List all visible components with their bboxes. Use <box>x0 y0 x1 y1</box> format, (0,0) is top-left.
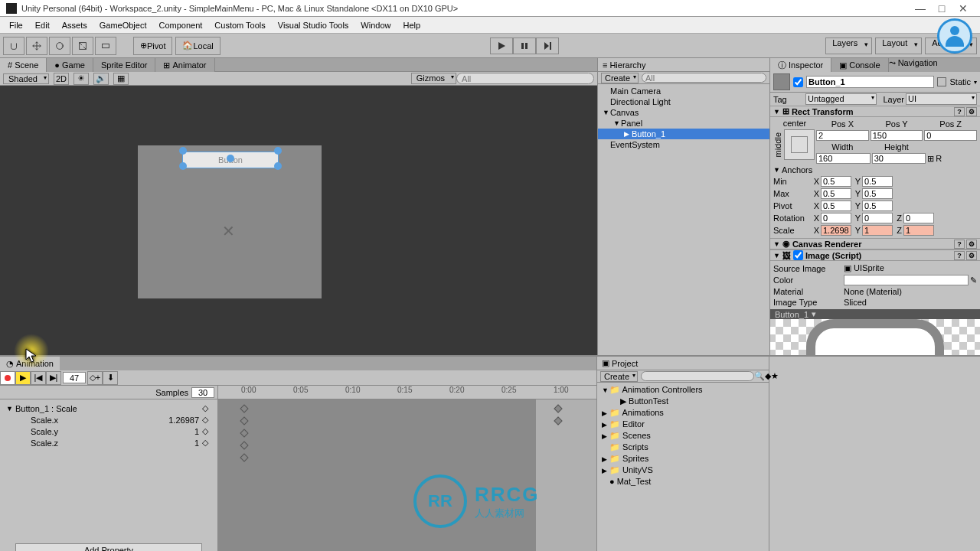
scene-view[interactable]: Button ✕ <box>0 86 597 355</box>
project-search[interactable] <box>641 371 754 381</box>
timeline-ruler[interactable]: 0:000:050:100:150:200:251:00 <box>218 386 596 399</box>
hierarchy-item[interactable]: Main Camera <box>598 86 769 96</box>
tab-console[interactable]: ▣ Console <box>831 58 888 72</box>
posz-input[interactable] <box>924 130 977 141</box>
anchor-max-y[interactable] <box>862 188 893 199</box>
local-toggle[interactable]: 🏠 Local <box>175 37 220 55</box>
keyframe-icon[interactable] <box>240 429 248 437</box>
menu-custom-tools[interactable]: Custom Tools <box>208 21 271 30</box>
anchor-min-x[interactable] <box>821 176 851 187</box>
hierarchy-item[interactable]: ▼Panel <box>598 118 769 129</box>
project-item[interactable]: ▶📁 Scenes <box>597 430 769 442</box>
pivot-toggle[interactable]: ⊕ Pivot <box>133 37 172 55</box>
image-enabled[interactable] <box>793 250 803 260</box>
2d-toggle[interactable]: 2D <box>54 73 69 85</box>
help-icon[interactable]: ? <box>954 107 965 116</box>
prev-key-button[interactable]: |◀ <box>31 371 46 385</box>
keyframe-icon[interactable] <box>240 441 248 449</box>
project-item[interactable]: ▶ ButtonTest <box>597 396 769 407</box>
pivot-y[interactable] <box>862 201 893 211</box>
audio-toggle[interactable]: 🔊 <box>93 73 109 85</box>
step-button[interactable] <box>536 37 559 54</box>
hierarchy-item[interactable]: ▶Button_1 <box>598 129 769 139</box>
gear-icon[interactable]: ⚙ <box>966 240 977 249</box>
image-type-dropdown[interactable]: Sliced <box>844 298 977 307</box>
anchor-max-x[interactable] <box>821 188 851 199</box>
project-item[interactable]: ▼📁 Animation Controllers <box>597 384 769 396</box>
tag-dropdown[interactable]: Untagged <box>805 93 877 105</box>
menu-vs-tools[interactable]: Visual Studio Tools <box>272 21 355 30</box>
fx-toggle[interactable]: ▦ <box>113 73 129 85</box>
gear-icon[interactable]: ⚙ <box>966 251 977 260</box>
record-button[interactable] <box>0 371 15 385</box>
project-create[interactable]: Create <box>600 371 638 382</box>
menu-component[interactable]: Component <box>152 21 208 30</box>
rect-tool[interactable] <box>95 37 116 55</box>
canvas-renderer-header[interactable]: ▼◉ Canvas Renderer ?⚙ <box>770 238 980 249</box>
search-filter-icon[interactable]: 🔍 <box>754 371 765 381</box>
minimize-button[interactable]: — <box>910 2 931 15</box>
preview-header[interactable]: Button_1 ▾ <box>770 309 980 319</box>
help-icon[interactable]: ? <box>954 240 965 249</box>
help-icon[interactable]: ? <box>954 251 965 260</box>
handle-icon[interactable] <box>179 162 187 170</box>
animation-property[interactable]: Scale.x1.26987◇ <box>3 414 214 425</box>
project-item[interactable]: 📁 Scripts <box>597 442 769 453</box>
hierarchy-create[interactable]: Create <box>601 73 639 83</box>
scale-tool[interactable] <box>72 37 93 55</box>
rotate-tool[interactable] <box>49 37 70 55</box>
rect-transform-header[interactable]: ▼⊞ Rect Transform ?⚙ <box>770 106 980 117</box>
pivot-x[interactable] <box>821 201 851 211</box>
project-item[interactable]: ▶📁 Editor <box>597 419 769 430</box>
hierarchy-item[interactable]: EventSystem <box>598 139 769 150</box>
next-key-button[interactable]: ▶| <box>46 371 61 385</box>
gizmos-dropdown[interactable]: Gizmos <box>411 73 456 84</box>
hierarchy-item[interactable]: ▼Canvas <box>598 107 769 118</box>
shading-mode[interactable]: Shaded <box>3 73 49 84</box>
raw-edit-icon[interactable]: R <box>936 154 942 164</box>
animation-property[interactable]: ▼Button_1 : Scale◇ <box>3 403 214 414</box>
handle-icon[interactable] <box>274 147 282 155</box>
animation-property[interactable]: Scale.y1◇ <box>3 425 214 437</box>
project-item[interactable]: ▶📁 UnityVS <box>597 465 769 476</box>
gameobject-name[interactable] <box>806 76 934 88</box>
posx-input[interactable] <box>816 130 869 141</box>
add-keyframe-button[interactable]: ◇+ <box>87 371 103 385</box>
hand-tool[interactable] <box>3 37 24 55</box>
gear-icon[interactable]: ⚙ <box>966 107 977 116</box>
static-toggle[interactable] <box>937 77 946 86</box>
pause-button[interactable] <box>513 37 536 54</box>
hierarchy-item[interactable]: Directional Light <box>598 96 769 107</box>
handle-icon[interactable] <box>274 162 282 170</box>
rot-y[interactable] <box>862 213 893 223</box>
rot-z[interactable] <box>903 213 934 223</box>
keyframe-icon[interactable] <box>240 453 248 461</box>
animation-property[interactable]: Scale.z1◇ <box>3 437 214 448</box>
image-header[interactable]: ▼🖼 Image (Script) ?⚙ <box>770 249 980 261</box>
menu-edit[interactable]: Edit <box>29 21 56 30</box>
project-tab[interactable]: ▣ Project <box>597 357 769 370</box>
menu-window[interactable]: Window <box>354 21 397 30</box>
hierarchy-tab[interactable]: ≡ Hierarchy <box>598 58 769 72</box>
anchor-min-y[interactable] <box>862 176 893 187</box>
height-input[interactable] <box>872 153 926 164</box>
add-property-button[interactable]: Add Property <box>15 543 202 551</box>
rot-x[interactable] <box>821 213 851 223</box>
tab-game[interactable]: ● Game <box>47 58 93 72</box>
gameobject-icon[interactable] <box>773 73 790 90</box>
menu-file[interactable]: File <box>3 21 29 30</box>
add-event-button[interactable]: ⬇ <box>103 371 118 385</box>
menu-help[interactable]: Help <box>397 21 426 30</box>
anchor-preset-button[interactable] <box>784 129 815 160</box>
menu-gameobject[interactable]: GameObject <box>93 21 153 30</box>
handle-icon[interactable] <box>227 155 234 162</box>
keyframe-icon[interactable] <box>554 404 562 412</box>
project-item[interactable]: ▶📁 Animations <box>597 407 769 419</box>
move-tool[interactable] <box>26 37 47 55</box>
scale-x[interactable] <box>821 225 851 236</box>
timeline-body[interactable] <box>218 399 596 551</box>
tab-inspector[interactable]: ⓘ Inspector <box>770 58 831 72</box>
menu-assets[interactable]: Assets <box>56 21 93 30</box>
gameobject-active-toggle[interactable] <box>793 77 803 87</box>
frame-input[interactable] <box>63 372 86 383</box>
